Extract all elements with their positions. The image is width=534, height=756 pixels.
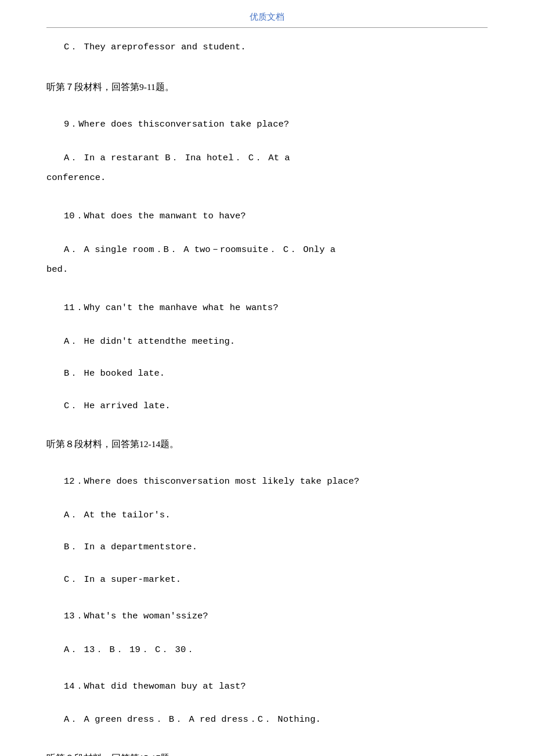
q11-a: A． He didn't attendthe meeting. <box>46 333 488 350</box>
header-divider <box>46 27 488 28</box>
main-content: C． They areprofessor and student. 听第７段材料… <box>46 38 488 756</box>
section8-title: 听第８段材料，回答第12-14题。 <box>46 435 488 452</box>
question-12: 12．Where does thisconversation most like… <box>46 473 488 490</box>
q12-a: A． At the tailor's. <box>46 507 488 524</box>
page-container: 优质文档 C． They areprofessor and student. 听… <box>0 0 534 756</box>
q9-answers: A． In a restarant B． Ina hotel． C． At a <box>46 150 488 167</box>
q12-c: C． In a super-market. <box>46 571 488 588</box>
q9-cont: conference. <box>46 169 488 187</box>
header-title: 优质文档 <box>250 12 284 21</box>
question-9: 9．Where does thisconversation take place… <box>46 116 488 133</box>
question-14: 14．What did thewoman buy at last? <box>46 678 488 695</box>
q11-c: C． He arrived late. <box>46 398 488 415</box>
q12-b: B． In a departmentstore. <box>46 539 488 556</box>
q10-answers: A． A single room．B． A two－roomsuite． C． … <box>46 242 488 258</box>
question-13: 13．What's the woman'ssize? <box>46 608 488 625</box>
q11-b: B． He booked late. <box>46 365 488 382</box>
line-c-q8: C． They areprofessor and student. <box>46 38 488 56</box>
section9-title: 听第９段材料，回答第15-17题。 <box>46 750 488 756</box>
question-11: 11．Why can't the manhave what he wants? <box>46 300 488 316</box>
page-header: 优质文档 <box>46 12 488 23</box>
q13-answers: A． 13． B． 19． C． 30． <box>46 642 488 658</box>
q10-cont: bed. <box>46 261 488 279</box>
question-10: 10．What does the manwant to have? <box>46 208 488 225</box>
q14-answers: A． A green dress． B． A red dress．C． Noth… <box>46 711 488 728</box>
section7-title: 听第７段材料，回答第9-11题。 <box>46 78 488 95</box>
